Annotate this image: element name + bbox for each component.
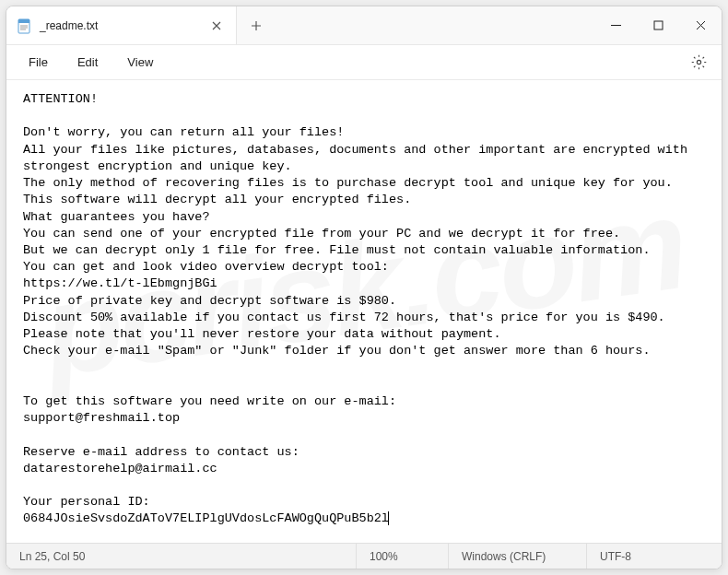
close-button[interactable] [679,6,722,44]
status-encoding: UTF-8 [587,544,722,569]
svg-rect-1 [18,19,29,23]
status-cursor-position: Ln 25, Col 50 [6,544,357,569]
notepad-icon [16,18,32,34]
menu-edit[interactable]: Edit [65,50,111,75]
new-tab-button[interactable] [237,6,276,44]
document-text: ATTENTION! Don't worry, you can return a… [23,92,695,525]
menu-view[interactable]: View [114,50,166,75]
file-tab[interactable]: _readme.txt [6,6,237,44]
titlebar: _readme.txt [6,6,722,45]
titlebar-drag-area[interactable] [276,6,594,44]
svg-rect-5 [654,21,663,29]
notepad-window: _readme.txt File Edit View [6,6,722,569]
statusbar: Ln 25, Col 50 100% Windows (CRLF) UTF-8 [6,543,722,569]
menu-file[interactable]: File [16,50,61,75]
status-line-ending: Windows (CRLF) [449,544,587,569]
maximize-button[interactable] [637,6,679,44]
svg-point-6 [697,60,700,64]
text-cursor [388,511,389,525]
status-zoom[interactable]: 100% [357,544,449,569]
window-controls [594,6,722,44]
text-editor-area[interactable]: ATTENTION! Don't worry, you can return a… [6,80,722,543]
minimize-button[interactable] [594,6,637,44]
tab-title: _readme.txt [40,19,201,32]
menubar: File Edit View [6,45,722,80]
settings-button[interactable] [685,49,712,76]
tab-close-button[interactable] [208,18,225,34]
